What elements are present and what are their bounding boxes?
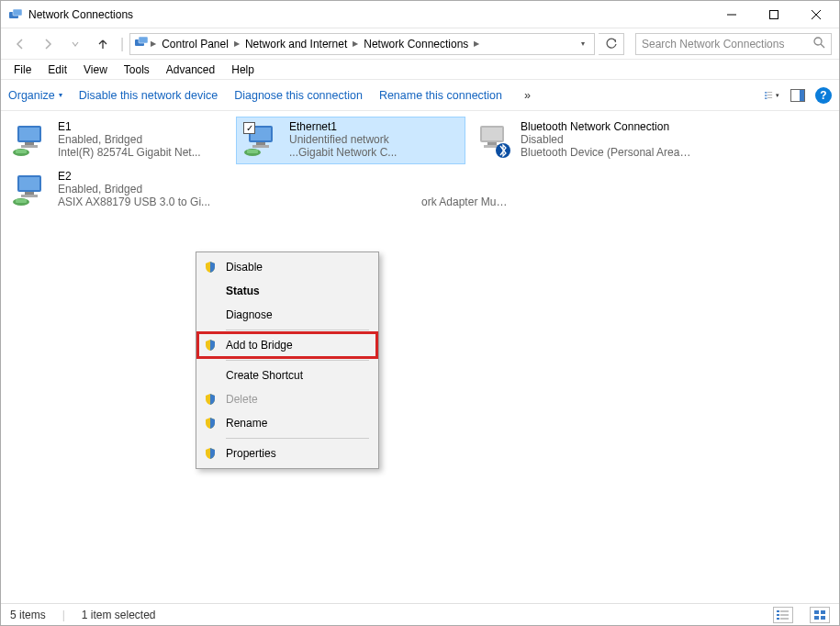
context-create-shortcut[interactable]: Create Shortcut	[198, 363, 376, 387]
svg-rect-10	[765, 97, 767, 98]
svg-rect-34	[21, 195, 38, 197]
svg-rect-4	[139, 37, 148, 43]
recent-locations-button[interactable]	[63, 32, 87, 56]
svg-rect-28	[487, 142, 497, 145]
svg-rect-2	[770, 10, 778, 18]
connection-item[interactable]: E2 Enabled, Bridged ASIX AX88179 USB 3.0…	[5, 166, 234, 214]
svg-rect-36	[16, 199, 27, 203]
network-adapter-icon	[10, 120, 52, 161]
svg-rect-1	[13, 9, 22, 16]
window-title: Network Connections	[28, 8, 711, 21]
chevron-right-icon[interactable]: ▶	[353, 39, 358, 48]
close-button[interactable]	[795, 1, 837, 28]
context-properties[interactable]: Properties	[198, 442, 376, 465]
chevron-right-icon[interactable]: ▶	[474, 39, 479, 48]
maximize-button[interactable]	[753, 1, 795, 28]
svg-rect-32	[19, 177, 39, 190]
context-rename[interactable]: Rename	[198, 411, 376, 435]
connection-status: Enabled, Bridged	[58, 183, 210, 196]
svg-rect-42	[780, 618, 789, 619]
menu-advanced[interactable]: Advanced	[159, 61, 222, 78]
large-icons-view-button[interactable]	[810, 607, 830, 623]
shield-icon	[202, 415, 218, 431]
network-adapter-icon	[10, 170, 52, 210]
selection-count: 1 item selected	[82, 609, 156, 621]
svg-rect-41	[777, 618, 779, 620]
shield-icon	[202, 259, 218, 275]
disable-device-button[interactable]: Disable this network device	[79, 89, 218, 102]
diagnose-connection-button[interactable]: Diagnose this connection	[234, 89, 363, 102]
address-bar[interactable]: ▶ Control Panel ▶ Network and Internet ▶…	[129, 33, 595, 55]
menu-help[interactable]: Help	[224, 61, 262, 78]
minimize-button[interactable]	[711, 1, 753, 28]
menu-edit[interactable]: Edit	[40, 61, 74, 78]
menu-view[interactable]: View	[76, 61, 115, 78]
context-delete: Delete	[198, 387, 376, 411]
statusbar: 5 items | 1 item selected	[1, 603, 839, 625]
connection-name: Ethernet1	[289, 120, 397, 133]
search-placeholder: Search Network Connections	[642, 38, 813, 50]
context-separator	[226, 360, 369, 361]
help-button[interactable]: ?	[815, 87, 832, 104]
svg-rect-22	[256, 142, 265, 145]
search-box[interactable]: Search Network Connections	[635, 33, 832, 55]
svg-rect-11	[767, 97, 772, 98]
svg-rect-8	[765, 95, 767, 95]
organize-button[interactable]: Organize ▾	[8, 89, 62, 102]
chevron-right-icon[interactable]: ▶	[234, 39, 240, 48]
connection-device: ASIX AX88179 USB 3.0 to Gi...	[58, 196, 210, 208]
svg-rect-27	[482, 128, 502, 140]
connection-item-partial[interactable]: ork Adapter Multi...	[238, 166, 513, 214]
breadcrumb-network-internet[interactable]: Network and Internet	[241, 38, 351, 50]
svg-rect-6	[765, 92, 767, 93]
up-button[interactable]	[91, 32, 115, 56]
svg-rect-15	[19, 128, 39, 140]
network-adapter-icon: ✓	[241, 120, 284, 161]
context-separator	[226, 438, 369, 439]
breadcrumb-control-panel[interactable]: Control Panel	[158, 38, 232, 50]
forward-button[interactable]	[36, 32, 60, 56]
context-menu: Disable Status Diagnose Add to Bridge Cr…	[196, 252, 379, 469]
context-status[interactable]: Status	[198, 279, 376, 303]
svg-rect-44	[821, 610, 825, 614]
nav-separator: |	[120, 36, 124, 52]
menu-file[interactable]: File	[6, 61, 39, 78]
command-bar: Organize ▾ Disable this network device D…	[1, 80, 839, 111]
preview-pane-button[interactable]	[790, 87, 806, 104]
svg-rect-37	[777, 610, 779, 612]
connection-item[interactable]: E1 Enabled, Bridged Intel(R) 82574L Giga…	[5, 117, 234, 164]
svg-rect-40	[780, 614, 789, 615]
connection-item-selected[interactable]: ✓ Ethernet1 Unidentified network ...Giga…	[236, 117, 465, 164]
details-view-button[interactable]	[773, 607, 793, 623]
context-add-to-bridge[interactable]: Add to Bridge	[198, 333, 376, 357]
chevron-right-icon[interactable]: ▶	[151, 39, 156, 48]
network-adapter-icon	[473, 120, 515, 161]
app-icon	[8, 7, 23, 22]
connection-item[interactable]: Bluetooth Network Connection Disabled Bl…	[467, 117, 697, 164]
context-disable[interactable]: Disable	[198, 255, 376, 279]
svg-rect-13	[800, 90, 804, 101]
address-history-dropdown[interactable]: ▾	[576, 39, 590, 48]
svg-rect-25	[247, 150, 258, 153]
refresh-button[interactable]	[599, 33, 624, 55]
items-view[interactable]: E1 Enabled, Bridged Intel(R) 82574L Giga…	[1, 111, 839, 603]
chevron-down-icon: ▾	[776, 92, 779, 99]
shield-icon	[202, 445, 218, 462]
connection-name: E2	[58, 170, 210, 183]
search-icon[interactable]	[813, 37, 825, 51]
selection-checkbox[interactable]: ✓	[243, 122, 255, 134]
connection-status: Unidentified network	[289, 133, 397, 146]
view-options-button[interactable]: ▾	[764, 87, 780, 104]
connection-device: ork Adapter Multi...	[421, 196, 508, 208]
menubar: File Edit View Tools Advanced Help	[1, 60, 839, 80]
breadcrumb-network-connections[interactable]: Network Connections	[360, 38, 472, 50]
overflow-button[interactable]: »	[524, 89, 531, 102]
connection-status: Disabled	[521, 133, 691, 146]
window-controls	[711, 1, 837, 28]
rename-connection-button[interactable]: Rename this connection	[379, 89, 502, 102]
menu-tools[interactable]: Tools	[117, 61, 157, 78]
svg-rect-7	[767, 92, 772, 93]
context-diagnose[interactable]: Diagnose	[198, 303, 376, 327]
back-button[interactable]	[8, 32, 32, 56]
svg-rect-39	[777, 614, 779, 616]
